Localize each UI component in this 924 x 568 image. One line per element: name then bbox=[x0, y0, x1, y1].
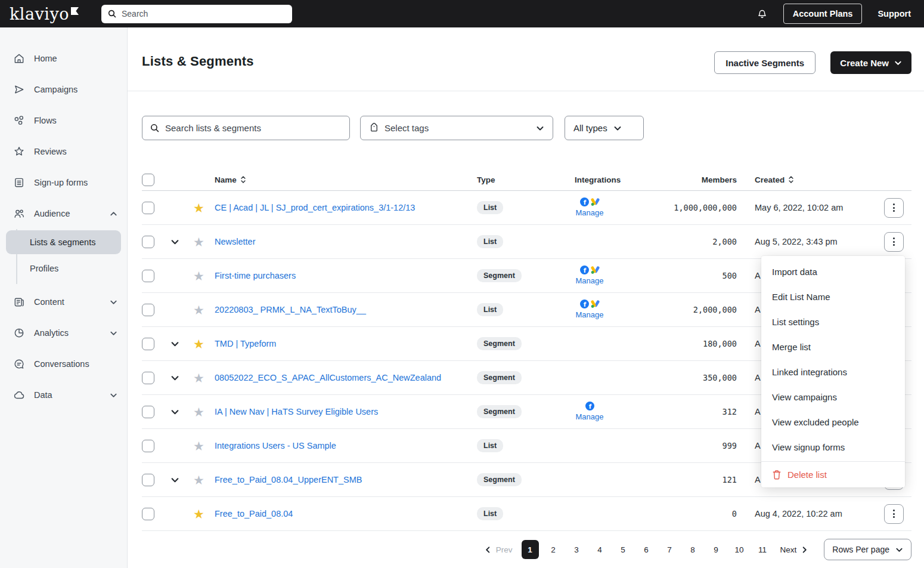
menu-item-merge-list[interactable]: Merge list bbox=[761, 334, 905, 359]
expand-chevron-icon[interactable] bbox=[170, 408, 193, 416]
page-number-button[interactable]: 9 bbox=[708, 540, 725, 559]
menu-item-edit-list-name[interactable]: Edit List Name bbox=[761, 284, 905, 309]
sidebar-item-data[interactable]: Data bbox=[0, 379, 127, 410]
next-page-button[interactable]: Next bbox=[780, 545, 809, 554]
members-count: 500 bbox=[656, 271, 737, 280]
page-number-button[interactable]: 6 bbox=[638, 540, 655, 559]
menu-item-import-data[interactable]: Import data bbox=[761, 259, 905, 284]
row-checkbox[interactable] bbox=[142, 304, 154, 316]
manage-link[interactable]: Manage bbox=[576, 310, 604, 319]
list-search[interactable] bbox=[142, 116, 350, 140]
global-search[interactable] bbox=[101, 5, 292, 23]
expand-chevron-icon[interactable] bbox=[170, 373, 193, 382]
sidebar-item-lists-segments[interactable]: Lists & segments bbox=[6, 230, 121, 254]
expand-chevron-icon[interactable] bbox=[170, 476, 193, 484]
list-name-link[interactable]: Newsletter bbox=[215, 237, 477, 246]
expand-chevron-icon[interactable] bbox=[170, 339, 193, 348]
sidebar-subitem-label: Lists & segments bbox=[30, 237, 95, 247]
select-tags-dropdown[interactable]: Select tags bbox=[360, 116, 553, 140]
row-checkbox[interactable] bbox=[142, 440, 154, 452]
support-link[interactable]: Support bbox=[878, 9, 911, 18]
sidebar-item-signup-forms[interactable]: Sign-up forms bbox=[0, 167, 127, 198]
row-checkbox[interactable] bbox=[142, 372, 154, 384]
global-search-input[interactable] bbox=[122, 9, 286, 18]
page-number-button[interactable]: 4 bbox=[591, 540, 609, 559]
page-number-button[interactable]: 5 bbox=[615, 540, 632, 559]
klaviyo-logo[interactable]: klaviyo bbox=[10, 6, 79, 22]
page-number-button[interactable]: 1 bbox=[522, 540, 539, 559]
list-search-input[interactable] bbox=[165, 123, 342, 133]
list-name-link[interactable]: Free_to_Paid_08.04_UpperENT_SMB bbox=[215, 475, 477, 484]
expand-chevron-icon[interactable] bbox=[170, 237, 193, 246]
row-checkbox[interactable] bbox=[142, 270, 154, 282]
manage-link[interactable]: Manage bbox=[576, 412, 604, 421]
sidebar-item-audience[interactable]: Audience bbox=[0, 198, 127, 229]
sidebar-item-reviews[interactable]: Reviews bbox=[0, 136, 127, 167]
favorite-star-icon[interactable]: ★ bbox=[193, 202, 215, 214]
list-name-link[interactable]: IA | New Nav | HaTS Survey Eligible User… bbox=[215, 407, 477, 416]
row-checkbox[interactable] bbox=[142, 508, 154, 520]
list-name-link[interactable]: Integrations Users - US Sample bbox=[215, 441, 477, 450]
row-actions-kebab-button[interactable] bbox=[884, 232, 904, 252]
favorite-star-icon[interactable]: ★ bbox=[193, 406, 215, 418]
manage-link[interactable]: Manage bbox=[576, 208, 604, 217]
menu-item-linked-integrations[interactable]: Linked integrations bbox=[761, 359, 905, 384]
type-filter-dropdown[interactable]: All types bbox=[565, 116, 644, 140]
sidebar-item-label: Content bbox=[34, 297, 64, 307]
row-actions-kebab-button[interactable] bbox=[884, 504, 904, 524]
chevron-down-icon bbox=[110, 298, 117, 306]
list-name-link[interactable]: 20220803_ PRMK_L_NA_TextToBuy__ bbox=[215, 305, 477, 314]
page-number-button[interactable]: 2 bbox=[545, 540, 562, 559]
favorite-star-icon[interactable]: ★ bbox=[193, 508, 215, 520]
favorite-star-icon[interactable]: ★ bbox=[193, 338, 215, 350]
header-divider bbox=[128, 91, 924, 91]
notifications-bell-icon[interactable] bbox=[756, 8, 768, 20]
select-all-checkbox[interactable] bbox=[142, 174, 154, 186]
sidebar-item-flows[interactable]: Flows bbox=[0, 105, 127, 136]
favorite-star-icon[interactable]: ★ bbox=[193, 304, 215, 316]
sidebar-item-profiles[interactable]: Profiles bbox=[6, 257, 121, 280]
list-name-link[interactable]: TMD | Typeform bbox=[215, 339, 477, 348]
create-new-button[interactable]: Create New bbox=[830, 51, 911, 74]
favorite-star-icon[interactable]: ★ bbox=[193, 236, 215, 248]
rows-per-page-dropdown[interactable]: Rows Per page bbox=[824, 539, 911, 560]
sidebar-item-analytics[interactable]: Analytics bbox=[0, 317, 127, 348]
favorite-star-icon[interactable]: ★ bbox=[193, 270, 215, 282]
menu-item-view-campaigns[interactable]: View campaigns bbox=[761, 384, 905, 409]
row-checkbox[interactable] bbox=[142, 236, 154, 248]
row-checkbox[interactable] bbox=[142, 338, 154, 350]
column-header-name[interactable]: Name bbox=[215, 175, 477, 184]
inactive-segments-button[interactable]: Inactive Segments bbox=[714, 51, 816, 74]
menu-item-list-settings[interactable]: List settings bbox=[761, 309, 905, 334]
sidebar-item-home[interactable]: Home bbox=[0, 43, 127, 74]
list-name-link[interactable]: First-time purchasers bbox=[215, 271, 477, 280]
sidebar-item-campaigns[interactable]: Campaigns bbox=[0, 74, 127, 105]
menu-item-view-excluded-people[interactable]: View excluded people bbox=[761, 409, 905, 434]
menu-item-delete-list[interactable]: Delete list bbox=[761, 461, 905, 487]
page-number-button[interactable]: 10 bbox=[731, 540, 748, 559]
audience-submenu: Lists & segments Profiles bbox=[0, 229, 127, 286]
row-checkbox[interactable] bbox=[142, 202, 154, 214]
page-number-button[interactable]: 11 bbox=[754, 540, 771, 559]
row-checkbox[interactable] bbox=[142, 474, 154, 486]
favorite-star-icon[interactable]: ★ bbox=[193, 440, 215, 452]
menu-item-view-signup-forms[interactable]: View signup forms bbox=[761, 434, 905, 459]
sidebar-item-conversations[interactable]: Conversations bbox=[0, 348, 127, 379]
list-name-link[interactable]: 08052022_ECO_S_APAC_AllCustomers_AC_NewZ… bbox=[215, 373, 477, 382]
manage-link[interactable]: Manage bbox=[576, 276, 604, 285]
account-plans-button[interactable]: Account Plans bbox=[783, 4, 863, 24]
members-count: 2,000 bbox=[656, 237, 737, 246]
favorite-star-icon[interactable]: ★ bbox=[193, 372, 215, 384]
page-number-button[interactable]: 7 bbox=[661, 540, 678, 559]
sidebar-item-content[interactable]: Content bbox=[0, 286, 127, 317]
page-number-button[interactable]: 3 bbox=[568, 540, 585, 559]
list-name-link[interactable]: Free_to_Paid_08.04 bbox=[215, 509, 477, 518]
row-checkbox[interactable] bbox=[142, 406, 154, 418]
prev-page-button[interactable]: Prev bbox=[484, 545, 513, 554]
row-actions-kebab-button[interactable] bbox=[884, 198, 904, 218]
favorite-star-icon[interactable]: ★ bbox=[193, 474, 215, 486]
chevron-down-icon bbox=[894, 59, 902, 67]
page-number-button[interactable]: 8 bbox=[684, 540, 702, 559]
list-name-link[interactable]: CE | Acad | JL | SJ_prod_cert_expiration… bbox=[215, 203, 477, 212]
column-header-created[interactable]: Created bbox=[737, 175, 876, 184]
